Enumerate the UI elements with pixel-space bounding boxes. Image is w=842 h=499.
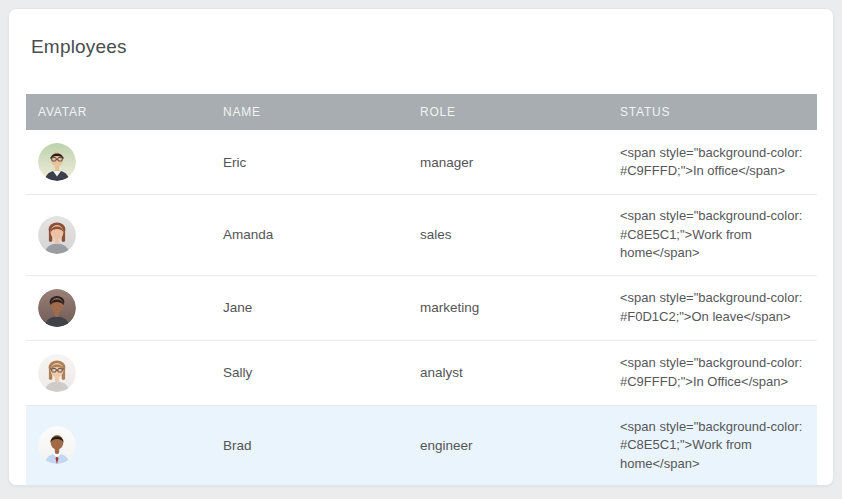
employee-name: Amanda: [211, 195, 408, 275]
employees-card: Employees AVATAR NAME ROLE STATUS Eric m…: [8, 8, 834, 486]
page-title: Employees: [9, 9, 833, 58]
column-header-status: STATUS: [608, 105, 817, 119]
avatar-cell: [26, 406, 211, 486]
avatar-cell: [26, 341, 211, 405]
employee-status-raw-html: <span style="background-color: #C8E5C1;"…: [608, 195, 817, 275]
table-body: Eric manager <span style="background-col…: [26, 130, 817, 485]
employee-name: Jane: [211, 276, 408, 340]
employee-role: sales: [408, 195, 608, 275]
avatar-cell: [26, 195, 211, 275]
employee-status-raw-html: <span style="background-color: #C9FFFD;"…: [608, 130, 817, 194]
employee-name: Brad: [211, 406, 408, 486]
avatar-cell: [26, 130, 211, 194]
employee-avatar: [38, 426, 76, 464]
table-row[interactable]: Sally analyst <span style="background-co…: [26, 340, 817, 405]
table-row[interactable]: Amanda sales <span style="background-col…: [26, 194, 817, 275]
table-row[interactable]: Brad engineer <span style="background-co…: [26, 405, 817, 486]
employee-role: manager: [408, 130, 608, 194]
column-header-name: NAME: [211, 105, 408, 119]
column-header-role: ROLE: [408, 105, 608, 119]
employee-role: engineer: [408, 406, 608, 486]
employee-avatar: [38, 143, 76, 181]
employee-name: Eric: [211, 130, 408, 194]
employee-name: Sally: [211, 341, 408, 405]
employee-status-raw-html: <span style="background-color: #C9FFFD;"…: [608, 341, 817, 405]
employee-role: marketing: [408, 276, 608, 340]
employee-avatar: [38, 354, 76, 392]
employee-avatar: [38, 216, 76, 254]
employee-status-raw-html: <span style="background-color: #C8E5C1;"…: [608, 406, 817, 486]
table-row[interactable]: Eric manager <span style="background-col…: [26, 130, 817, 194]
column-header-avatar: AVATAR: [26, 105, 211, 119]
avatar-cell: [26, 276, 211, 340]
employee-role: analyst: [408, 341, 608, 405]
table-row[interactable]: Jane marketing <span style="background-c…: [26, 275, 817, 340]
table-header-row: AVATAR NAME ROLE STATUS: [26, 94, 817, 130]
employee-status-raw-html: <span style="background-color: #F0D1C2;"…: [608, 276, 817, 340]
employee-avatar: [38, 289, 76, 327]
employees-table: AVATAR NAME ROLE STATUS Eric manager <sp…: [26, 94, 817, 485]
